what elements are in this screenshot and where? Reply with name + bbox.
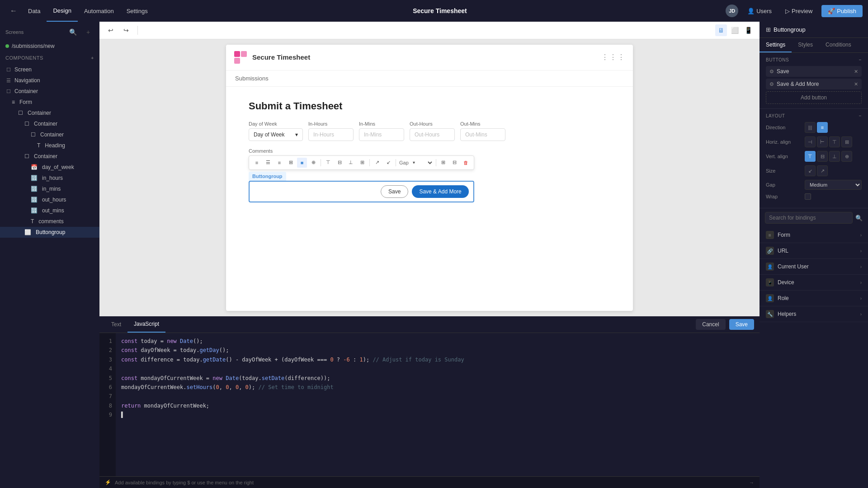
button-item-save-add[interactable]: ⚙ Save & Add More ✕ (766, 79, 862, 89)
nav-automation[interactable]: Automation (78, 0, 120, 22)
tree-out-hours[interactable]: 🔢 out_hours (0, 194, 99, 205)
users-button[interactable]: 👤 Users (743, 8, 776, 14)
direction-row: Direction ||| ≡ (766, 122, 862, 133)
more-align-btn[interactable]: ⊕ (308, 158, 318, 168)
va-start-btn[interactable]: ⊤ (805, 151, 816, 162)
nav-design[interactable]: Design (47, 0, 77, 22)
text-bottom-btn[interactable]: ⊥ (346, 158, 356, 168)
tab-text[interactable]: Text (105, 317, 127, 332)
button-item-save[interactable]: ⚙ Save ✕ (766, 66, 862, 77)
size-expand-btn[interactable]: ↗ (817, 165, 828, 176)
nav-data[interactable]: Data (22, 0, 47, 22)
binding-helpers[interactable]: 🔧 Helpers › (760, 306, 868, 322)
tree-container4[interactable]: ☐ Container (0, 129, 99, 140)
collapse-icon[interactable]: − (859, 57, 862, 62)
nav-settings[interactable]: Settings (120, 0, 154, 22)
tree-comments[interactable]: T comments (0, 216, 99, 227)
nav-icon: ☰ (5, 78, 12, 84)
preview-button[interactable]: ▷ Preview (781, 8, 817, 14)
text-middle-btn[interactable]: ⊟ (335, 158, 344, 168)
binding-url[interactable]: 🔗 URL › (760, 243, 868, 259)
align-left-btn[interactable]: ≡ (252, 158, 262, 168)
tree-container2[interactable]: ☐ Container (0, 108, 99, 118)
binding-role[interactable]: 👤 Role › (760, 291, 868, 306)
size-shrink-btn[interactable]: ↙ (805, 165, 816, 176)
binding-current-user[interactable]: 👤 Current User › (760, 259, 868, 275)
tree-heading[interactable]: T Heading (0, 140, 99, 151)
preview-save-button[interactable]: Save (381, 185, 408, 198)
tree-screen[interactable]: ☐ Screen (0, 64, 99, 75)
tree-in-mins[interactable]: 🔢 in_mins (0, 183, 99, 194)
ha-end-btn[interactable]: ⊤ (829, 136, 840, 147)
in-hours-input[interactable]: In-Hours (308, 128, 354, 141)
va-end-btn[interactable]: ⊥ (829, 151, 840, 162)
preview-save-add-button[interactable]: Save & Add More (412, 185, 468, 198)
wrap-checkbox[interactable] (805, 193, 811, 200)
close-save-add-button[interactable]: ✕ (854, 81, 858, 87)
tree-navigation[interactable]: ☰ Navigation (0, 75, 99, 86)
text-top-btn[interactable]: ⊤ (323, 158, 333, 168)
screens-search-button[interactable]: 🔍 (67, 26, 79, 38)
tree-out-mins[interactable]: 🔢 out_mins (0, 205, 99, 216)
back-button[interactable]: ← (5, 7, 22, 15)
code-cancel-button[interactable]: Cancel (696, 319, 725, 330)
tree-buttongroup[interactable]: ⬜ Buttongroup (0, 227, 99, 238)
out-mins-input[interactable]: Out-Mins (460, 128, 505, 141)
tab-settings[interactable]: Settings (760, 38, 792, 52)
preview-breadcrumb[interactable]: Submissions (226, 70, 633, 87)
out-hours-input[interactable]: Out-Hours (410, 128, 455, 141)
direction-grid-btn[interactable]: ||| (805, 122, 816, 133)
tab-conditions[interactable]: Conditions (819, 38, 858, 52)
code-footer-action[interactable]: → (749, 480, 754, 485)
resize-btn1[interactable]: ↗ (372, 158, 382, 168)
day-of-week-select[interactable]: Day of Week ▾ (249, 128, 303, 141)
align-justify-btn[interactable]: ⊞ (286, 158, 296, 168)
align-right-btn[interactable]: ≡ (274, 158, 284, 168)
tree-container1[interactable]: ☐ Container (0, 86, 99, 97)
direction-list-btn[interactable]: ≡ (817, 122, 828, 133)
copy-btn[interactable]: ⊟ (450, 158, 460, 168)
bindings-search-input[interactable] (765, 212, 853, 224)
ha-start-btn[interactable]: ⊣ (805, 136, 816, 147)
close-save-button[interactable]: ✕ (854, 69, 858, 75)
desktop-button[interactable]: 🖥 (715, 24, 727, 36)
screen-item[interactable]: /submissions/new (0, 41, 99, 52)
undo-button[interactable]: ↩ (105, 24, 117, 36)
code-editor[interactable]: 1234 56789 const today = new Date(); con… (99, 333, 760, 476)
gap-select[interactable]: ▾ (411, 158, 434, 168)
preview-dots-menu[interactable]: ⋮⋮⋮ (601, 53, 626, 61)
redo-button[interactable]: ↪ (120, 24, 132, 36)
tree-form[interactable]: ≡ Form (0, 97, 99, 108)
tablet-button[interactable]: ⬜ (729, 24, 741, 36)
layout-collapse-icon[interactable]: − (859, 113, 862, 118)
out-hours-icon: 🔢 (31, 197, 38, 203)
binding-device[interactable]: 📱 Device › (760, 275, 868, 291)
user-avatar[interactable]: JD (726, 5, 738, 17)
code-save-button[interactable]: Save (729, 319, 754, 330)
va-center-btn[interactable]: ⊟ (817, 151, 828, 162)
tree-day-of-week[interactable]: 📅 day_of_week (0, 162, 99, 173)
ha-stretch-btn[interactable]: ⊞ (841, 136, 852, 147)
tree-in-hours[interactable]: 🔢 in_hours (0, 173, 99, 183)
publish-button[interactable]: 🚀 Publish (821, 5, 863, 17)
tree-container5[interactable]: ☐ Container (0, 151, 99, 162)
highlight-btn[interactable]: ■ (297, 158, 307, 168)
va-stretch-btn[interactable]: ⊕ (841, 151, 852, 162)
screens-add-button[interactable]: + (82, 26, 94, 38)
resize-btn2[interactable]: ↙ (383, 158, 393, 168)
add-button-button[interactable]: Add button (766, 91, 862, 104)
grid-btn1[interactable]: ⊞ (439, 158, 448, 168)
ha-center-btn[interactable]: ⊢ (817, 136, 828, 147)
distribute-btn[interactable]: ⊞ (357, 158, 367, 168)
in-mins-input[interactable]: In-Mins (359, 128, 404, 141)
delete-btn[interactable]: 🗑 (461, 158, 471, 168)
mobile-button[interactable]: 📱 (742, 24, 754, 36)
align-center-btn[interactable]: ☰ (263, 158, 273, 168)
tab-styles[interactable]: Styles (792, 38, 819, 52)
code-content[interactable]: const today = new Date(); const dayOfWee… (116, 333, 760, 476)
tab-javascript[interactable]: JavaScript (127, 316, 165, 333)
binding-form[interactable]: ≡ Form › (760, 227, 868, 243)
components-add-button[interactable]: + (91, 55, 94, 61)
tree-container3[interactable]: ☐ Container (0, 118, 99, 129)
gap-select[interactable]: Medium (805, 180, 862, 190)
